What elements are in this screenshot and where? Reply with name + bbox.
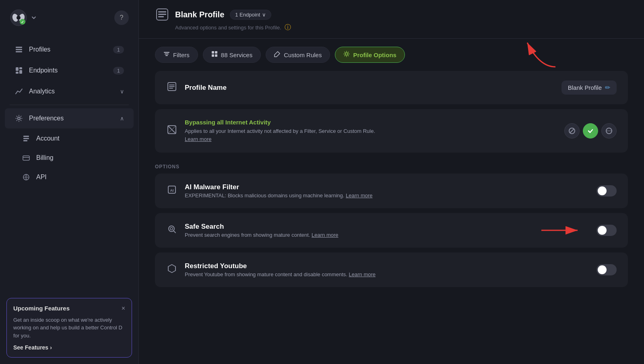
- default-rule-icon: [166, 125, 178, 137]
- svg-rect-23: [212, 51, 214, 54]
- tab-filters[interactable]: Filters: [155, 47, 198, 63]
- sidebar-header: ✓ ?: [0, 0, 138, 35]
- svg-rect-20: [158, 11, 166, 12]
- ai-malware-learn-more[interactable]: Learn more: [346, 192, 372, 199]
- svg-rect-17: [23, 156, 29, 160]
- topbar: Blank Profile 1 Endpoint ∨ Advanced opti…: [139, 0, 644, 39]
- svg-point-43: [170, 228, 173, 230]
- profiles-badge: 1: [113, 46, 124, 54]
- ai-malware-title: AI Malware Filter: [185, 183, 373, 191]
- restricted-youtube-toggle[interactable]: [597, 264, 617, 275]
- safe-search-icon: [166, 224, 178, 236]
- svg-point-3: [17, 16, 21, 20]
- preferences-icon: [14, 114, 23, 123]
- svg-point-13: [18, 117, 20, 120]
- svg-rect-11: [16, 72, 19, 74]
- logo[interactable]: ✓: [10, 9, 37, 27]
- default-rule-options: [564, 123, 617, 139]
- svg-rect-6: [16, 47, 22, 48]
- services-tab-icon: [211, 51, 218, 59]
- upcoming-title: Upcoming Features: [13, 305, 70, 312]
- safe-search-learn-more[interactable]: Learn more: [312, 232, 338, 238]
- subtitle-text: Advanced options and settings for this P…: [175, 25, 281, 31]
- services-tab-label: 88 Services: [221, 52, 252, 58]
- endpoint-badge[interactable]: 1 Endpoint ∨: [230, 10, 271, 20]
- upcoming-link[interactable]: See Features ›: [13, 344, 125, 351]
- restricted-youtube-icon: [166, 264, 178, 276]
- sidebar-label-profiles: Profiles: [29, 46, 50, 53]
- sidebar-item-preferences[interactable]: Preferences ∧: [5, 108, 134, 128]
- endpoint-count: 1 Endpoint: [235, 12, 260, 18]
- svg-rect-15: [23, 138, 29, 139]
- safe-search-description: Prevent search engines from showing matu…: [185, 232, 339, 238]
- profile-options-tab-icon: [343, 51, 350, 59]
- svg-rect-10: [19, 67, 22, 69]
- restricted-youtube-learn-more[interactable]: Learn more: [349, 271, 376, 277]
- ai-malware-toggle[interactable]: [597, 185, 617, 196]
- default-rule-card: Bypassing all Internet Activity Applies …: [155, 109, 628, 153]
- custom-rules-tab-label: Custom Rules: [284, 52, 322, 58]
- logo-dropdown-icon: [31, 14, 37, 21]
- sidebar-nav: Profiles 1 Endpoints 1 Analytics ∨: [0, 35, 138, 292]
- sidebar-label-endpoints: Endpoints: [29, 67, 58, 74]
- endpoints-badge: 1: [113, 67, 124, 74]
- nav-divider: [10, 105, 129, 105]
- sidebar-item-analytics[interactable]: Analytics ∨: [5, 81, 134, 101]
- svg-line-37: [570, 129, 574, 133]
- tab-custom-rules[interactable]: Custom Rules: [266, 47, 330, 63]
- analytics-chevron-icon: ∨: [120, 88, 124, 95]
- sidebar-item-profiles[interactable]: Profiles 1: [5, 39, 134, 60]
- sidebar-item-account[interactable]: Account: [5, 129, 134, 148]
- profile-name-card-icon: [166, 82, 178, 94]
- sidebar-item-billing[interactable]: Billing: [5, 149, 134, 167]
- preferences-chevron-icon: ∧: [120, 115, 124, 122]
- profile-name-label: Profile Name: [185, 84, 227, 92]
- sidebar-label-account: Account: [36, 135, 60, 142]
- svg-rect-30: [169, 85, 175, 85]
- svg-rect-21: [158, 14, 166, 15]
- default-rule-learn-more[interactable]: Learn more: [185, 136, 211, 142]
- edit-icon: ✏: [605, 84, 610, 91]
- svg-rect-7: [16, 49, 22, 50]
- rule-option-block[interactable]: [564, 123, 580, 139]
- restricted-youtube-card: Restricted Youtube Prevent Youtube from …: [155, 252, 628, 287]
- upcoming-features-card: Upcoming Features × Get an inside scoop …: [6, 298, 132, 358]
- billing-icon: [22, 153, 31, 162]
- svg-rect-14: [23, 136, 29, 137]
- upcoming-description: Get an inside scoop on what we're active…: [13, 316, 125, 340]
- rule-option-bypass[interactable]: [583, 123, 598, 139]
- upcoming-chevron-icon: ›: [50, 344, 52, 351]
- endpoint-chevron-icon: ∨: [262, 12, 266, 18]
- sidebar-item-api[interactable]: API: [5, 168, 134, 186]
- filters-tab-icon: [163, 51, 170, 59]
- svg-rect-22: [158, 16, 164, 17]
- ai-malware-card: AI AI Malware Filter EXPERIMENTAL: Block…: [155, 174, 628, 208]
- profile-card-icon: [155, 7, 169, 22]
- rule-option-redirect[interactable]: [601, 123, 617, 139]
- restricted-youtube-title: Restricted Youtube: [185, 262, 376, 270]
- profile-options-tab-label: Profile Options: [353, 52, 396, 58]
- default-rule-status: Bypassing all Internet Activity: [185, 119, 386, 126]
- svg-rect-12: [19, 70, 22, 74]
- options-section-label: OPTIONS: [155, 157, 628, 174]
- logo-icon: ✓: [10, 9, 27, 27]
- sidebar-label-api: API: [36, 174, 47, 181]
- account-icon: [22, 134, 31, 143]
- svg-text:✓: ✓: [21, 20, 24, 24]
- safe-search-arrow-annotation: [539, 224, 588, 236]
- default-rule-description: Applies to all your Internet activity no…: [185, 127, 386, 143]
- profile-name-title: Blank Profile: [175, 10, 224, 19]
- profile-name-value[interactable]: Blank Profile ✏: [561, 81, 617, 95]
- safe-search-toggle[interactable]: [597, 225, 617, 236]
- analytics-icon: [14, 87, 23, 96]
- arrow-annotation: [515, 35, 564, 71]
- sidebar-item-endpoints[interactable]: Endpoints 1: [5, 60, 134, 81]
- tab-services[interactable]: 88 Services: [203, 47, 261, 63]
- safe-search-title: Safe Search: [185, 223, 339, 231]
- profiles-icon: [14, 45, 23, 54]
- upcoming-close-button[interactable]: ×: [122, 305, 125, 312]
- svg-rect-16: [23, 140, 27, 141]
- help-button[interactable]: ?: [114, 10, 129, 25]
- tab-profile-options[interactable]: Profile Options: [335, 47, 405, 63]
- sidebar: ✓ ? Profiles 1 Endpoints: [0, 0, 139, 364]
